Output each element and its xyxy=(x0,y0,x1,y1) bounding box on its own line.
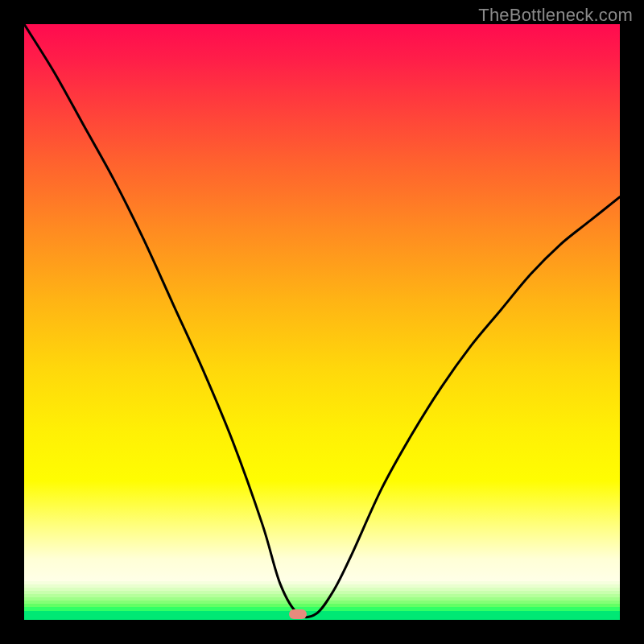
minimum-marker xyxy=(289,609,307,619)
chart-frame: TheBottleneck.com xyxy=(0,0,644,644)
bottleneck-curve xyxy=(24,24,620,617)
plot-area xyxy=(24,24,620,620)
curve-svg xyxy=(24,24,620,620)
attribution-text: TheBottleneck.com xyxy=(478,5,633,26)
